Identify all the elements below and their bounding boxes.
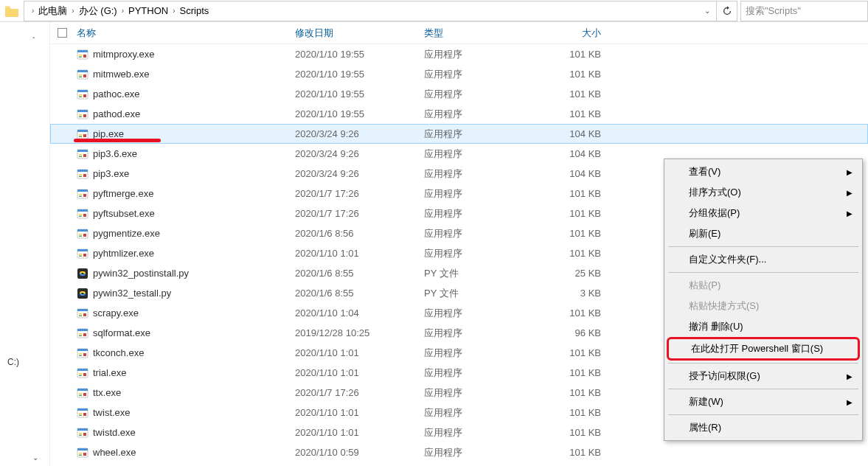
svg-rect-61 xyxy=(83,313,86,316)
svg-rect-71 xyxy=(83,353,86,356)
svg-rect-33 xyxy=(79,175,82,177)
svg-rect-65 xyxy=(79,335,82,336)
menu-sort[interactable]: 排序方式(O)▶ xyxy=(667,182,860,203)
menu-refresh[interactable]: 刷新(E) xyxy=(667,223,860,244)
file-type: 应用程序 xyxy=(424,108,535,121)
file-type: 应用程序 xyxy=(424,327,535,340)
submenu-arrow-icon: ▶ xyxy=(847,168,853,176)
file-size: 3 KB xyxy=(535,288,608,299)
file-size: 101 KB xyxy=(535,188,608,199)
scroll-down-icon[interactable]: ⌄ xyxy=(32,453,38,462)
svg-rect-58 xyxy=(77,309,88,311)
address-bar: › 此电脑 › 办公 (G:) › PYTHON › Scripts ⌄ 搜索"… xyxy=(0,0,868,22)
svg-rect-83 xyxy=(77,408,88,411)
menu-access[interactable]: 授予访问权限(G)▶ xyxy=(667,366,860,386)
file-row[interactable]: wheel.exe2020/1/10 0:59应用程序101 KB xyxy=(50,442,868,462)
menu-customize[interactable]: 自定义文件夹(F)... xyxy=(667,249,860,270)
file-date: 2020/1/7 17:26 xyxy=(295,208,424,219)
refresh-button[interactable] xyxy=(717,1,737,21)
file-date: 2020/1/6 8:55 xyxy=(295,288,424,299)
file-type: 应用程序 xyxy=(424,307,535,320)
menu-view[interactable]: 查看(V)▶ xyxy=(667,161,860,182)
file-name: pyhtmlizer.exe xyxy=(93,248,295,259)
breadcrumb[interactable]: › 此电脑 › 办公 (G:) › PYTHON › Scripts ⌄ xyxy=(24,1,717,21)
search-input[interactable]: 搜索"Scripts" xyxy=(740,1,868,21)
file-size: 101 KB xyxy=(535,367,608,378)
column-size[interactable]: 大小 xyxy=(535,27,608,40)
menu-new[interactable]: 新建(W)▶ xyxy=(667,392,860,412)
svg-rect-4 xyxy=(83,55,86,58)
file-name: pip.exe xyxy=(93,128,295,139)
file-row[interactable]: pathoc.exe2020/1/10 19:55应用程序101 KB xyxy=(50,84,868,104)
file-size: 101 KB xyxy=(535,208,608,219)
svg-rect-90 xyxy=(79,434,82,436)
file-icon xyxy=(77,208,93,220)
menu-properties[interactable]: 属性(R) xyxy=(667,417,860,438)
file-row[interactable]: mitmproxy.exe2020/1/10 19:55应用程序101 KB xyxy=(50,44,868,64)
search-placeholder: 搜索"Scripts" xyxy=(746,4,801,18)
svg-rect-6 xyxy=(77,70,88,72)
svg-rect-95 xyxy=(79,454,82,456)
file-size: 101 KB xyxy=(535,447,608,458)
file-row[interactable]: pathod.exe2020/1/10 19:55应用程序101 KB xyxy=(50,104,868,124)
submenu-arrow-icon: ▶ xyxy=(847,209,853,218)
file-icon xyxy=(77,188,93,200)
file-name: tkconch.exe xyxy=(93,347,295,358)
file-row[interactable]: mitmweb.exe2020/1/10 19:55应用程序101 KB xyxy=(50,64,868,84)
file-name: sqlformat.exe xyxy=(93,327,295,338)
svg-rect-17 xyxy=(79,114,82,116)
svg-rect-53 xyxy=(79,255,82,257)
svg-rect-70 xyxy=(79,355,82,356)
drive-c-label[interactable]: C:) xyxy=(7,357,19,367)
file-date: 2020/1/7 17:26 xyxy=(295,387,424,398)
menu-undo-delete[interactable]: 撤消 删除(U) xyxy=(667,316,860,337)
file-type: 应用程序 xyxy=(424,88,535,101)
file-date: 2020/1/10 19:55 xyxy=(295,49,424,60)
svg-rect-38 xyxy=(79,195,82,197)
file-icon xyxy=(77,148,93,160)
breadcrumb-item[interactable]: Scripts xyxy=(180,5,209,16)
file-date: 2019/12/28 10:25 xyxy=(295,327,424,338)
nav-tree[interactable]: ˆ C:) ⌄ xyxy=(0,22,50,466)
file-size: 104 KB xyxy=(535,168,608,179)
file-icon xyxy=(77,69,93,80)
svg-rect-55 xyxy=(77,268,88,279)
file-type: 应用程序 xyxy=(424,366,535,380)
svg-rect-48 xyxy=(79,235,82,237)
svg-rect-64 xyxy=(79,333,82,335)
file-date: 2020/1/10 19:55 xyxy=(295,108,424,119)
file-size: 25 KB xyxy=(535,268,608,279)
dropdown-icon[interactable]: ⌄ xyxy=(704,7,710,15)
file-size: 101 KB xyxy=(535,88,608,100)
file-row[interactable]: pip.exe2020/3/24 9:26应用程序104 KB xyxy=(50,124,868,144)
breadcrumb-item[interactable]: 办公 (G:) xyxy=(79,4,117,18)
breadcrumb-item[interactable]: PYTHON xyxy=(128,5,168,16)
menu-open-powershell[interactable]: 在此处打开 Powershell 窗口(S) xyxy=(667,337,860,361)
svg-rect-31 xyxy=(77,170,88,172)
file-size: 101 KB xyxy=(535,108,608,119)
menu-separator xyxy=(668,246,858,247)
menu-group[interactable]: 分组依据(P)▶ xyxy=(667,203,860,223)
svg-rect-16 xyxy=(77,110,88,112)
breadcrumb-item[interactable]: 此电脑 xyxy=(38,4,67,18)
file-type: 应用程序 xyxy=(424,187,535,201)
column-type[interactable]: 类型 xyxy=(424,27,535,40)
svg-rect-36 xyxy=(77,189,88,192)
svg-rect-60 xyxy=(79,315,82,316)
column-date[interactable]: 修改日期 xyxy=(295,27,424,40)
file-icon xyxy=(77,228,93,240)
column-name[interactable]: 名称 xyxy=(77,27,295,40)
menu-paste: 粘贴(P) xyxy=(667,275,860,296)
svg-rect-1 xyxy=(77,50,88,52)
submenu-arrow-icon: ▶ xyxy=(847,372,853,380)
file-icon xyxy=(77,307,93,319)
menu-separator xyxy=(668,389,858,389)
file-icon xyxy=(77,49,93,60)
svg-rect-46 xyxy=(77,229,88,232)
scroll-up-icon[interactable]: ˆ xyxy=(32,37,35,45)
svg-rect-93 xyxy=(77,448,88,451)
svg-rect-54 xyxy=(83,254,86,257)
select-all-checkbox[interactable] xyxy=(58,28,67,38)
file-size: 101 KB xyxy=(535,248,608,259)
file-icon xyxy=(77,327,93,339)
